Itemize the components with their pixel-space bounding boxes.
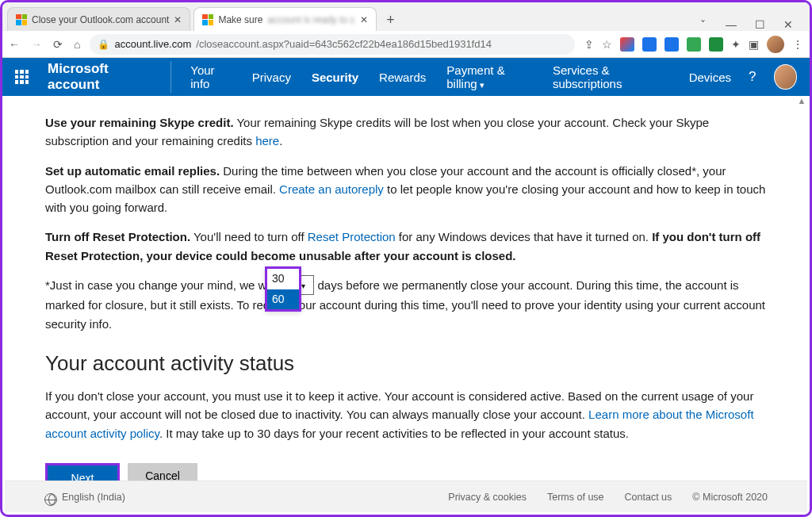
globe-icon <box>44 493 57 506</box>
status-text-2: . It may take up to 30 days for your rec… <box>159 427 629 440</box>
address-bar: ← → ⟳ ⌂ 🔒 account.live.com/closeaccount.… <box>2 31 810 58</box>
brand-label[interactable]: Microsoft account <box>48 61 171 93</box>
reset-protection-link[interactable]: Reset Protection <box>308 230 396 243</box>
browser-tab-2[interactable]: Make sure account is ready to c ✕ <box>193 7 376 31</box>
browser-tab-strip: Close your Outlook.com account ✕ Make su… <box>2 2 810 31</box>
url-path: /closeaccount.aspx?uaid=643c562cf22b4ea1… <box>196 38 492 50</box>
reset-text-1: You'll need to turn off <box>190 230 308 243</box>
page-footer: English (India) Privacy & cookies Terms … <box>5 481 807 512</box>
nav-services[interactable]: Services & subscriptions <box>553 63 672 90</box>
microsoft-nav: Microsoft account Your info Privacy Secu… <box>2 58 810 96</box>
footer-contact-link[interactable]: Contact us <box>625 492 672 503</box>
reset-text-2: for any Windows devices that have it tur… <box>396 230 653 243</box>
tab-title: Make sure <box>218 14 262 25</box>
lock-icon: 🔒 <box>98 39 109 50</box>
reading-list-icon[interactable]: ▣ <box>749 38 759 51</box>
extensions-icon[interactable]: ✦ <box>731 38 741 51</box>
autoreply-heading: Set up automatic email replies. <box>45 164 220 178</box>
star-icon[interactable]: ☆ <box>602 38 612 51</box>
nav-forward-button[interactable]: → <box>31 38 42 51</box>
profile-avatar[interactable] <box>767 36 784 53</box>
wait-option-30[interactable]: 30 <box>267 269 299 289</box>
extension-icon[interactable] <box>642 37 657 52</box>
reload-button[interactable]: ⟳ <box>53 38 63 51</box>
skype-heading: Use your remaining Skype credit. <box>45 116 234 129</box>
reset-heading: Turn off Reset Protection. <box>45 230 190 243</box>
toolbar-icons: ⇪ ☆ ✦ ▣ ⋮ <box>584 36 803 53</box>
nav-rewards[interactable]: Rewards <box>379 71 426 84</box>
footer-copyright: © Microsoft 2020 <box>692 492 768 503</box>
nav-privacy[interactable]: Privacy <box>252 71 291 84</box>
nav-devices[interactable]: Devices <box>689 71 731 84</box>
language-selector[interactable]: English (India) <box>62 492 125 503</box>
url-host: account.live.com <box>114 38 191 50</box>
browser-tab-1[interactable]: Close your Outlook.com account ✕ <box>7 7 190 31</box>
menu-icon[interactable]: ⋮ <box>792 38 803 51</box>
page-content: Use your remaining Skype credit. Your re… <box>2 96 810 483</box>
nav-security[interactable]: Security <box>312 71 358 84</box>
url-input[interactable]: 🔒 account.live.com/closeaccount.aspx?uai… <box>90 34 575 55</box>
close-icon[interactable]: ✕ <box>174 14 182 25</box>
wait-option-60[interactable]: 60 <box>267 289 299 310</box>
account-avatar[interactable] <box>774 64 798 90</box>
footer-terms-link[interactable]: Terms of use <box>547 492 604 503</box>
activity-status-heading: Your account activity status <box>45 347 767 379</box>
new-tab-button[interactable]: + <box>380 9 402 31</box>
skype-here-link[interactable]: here <box>255 134 279 147</box>
close-window-button[interactable]: ✕ <box>779 18 797 31</box>
close-icon[interactable]: ✕ <box>360 14 368 25</box>
footer-privacy-link[interactable]: Privacy & cookies <box>448 492 527 503</box>
extension-icon[interactable] <box>709 37 723 52</box>
wait-days-dropdown[interactable]: 30 60 <box>265 266 301 312</box>
app-launcher-icon[interactable] <box>15 70 29 84</box>
nav-back-button[interactable]: ← <box>9 38 20 51</box>
tab-title: Close your Outlook.com account <box>32 14 169 25</box>
extension-icon[interactable] <box>665 37 679 52</box>
minimize-button[interactable]: — <box>722 18 740 31</box>
share-icon[interactable]: ⇪ <box>584 38 594 51</box>
ms-logo-icon <box>16 14 27 25</box>
extension-icon[interactable] <box>687 37 701 52</box>
create-autoreply-link[interactable]: Create an autoreply <box>279 182 384 196</box>
nav-your-info[interactable]: Your info <box>190 63 231 90</box>
extension-icon[interactable] <box>620 37 634 52</box>
home-button[interactable]: ⌂ <box>74 38 80 51</box>
ms-logo-icon <box>202 14 213 25</box>
window-controls: ˅ — ☐ ✕ <box>694 18 805 31</box>
wait-text-1: *Just in case you change your mind, we w… <box>45 278 282 292</box>
chevron-down-icon[interactable]: ˅ <box>694 18 711 31</box>
maximize-button[interactable]: ☐ <box>751 18 768 31</box>
help-icon[interactable]: ? <box>749 69 756 85</box>
nav-payment-billing[interactable]: Payment & billing <box>446 63 534 90</box>
